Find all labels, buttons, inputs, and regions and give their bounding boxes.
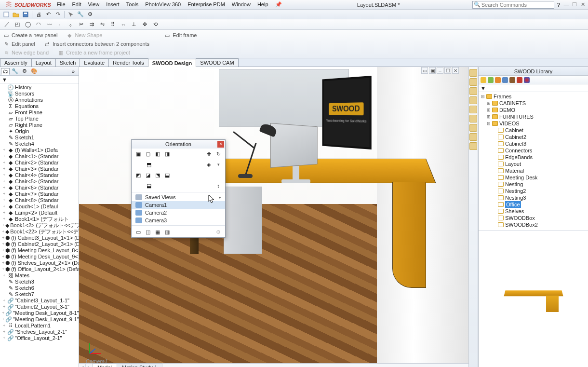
tree-node[interactable]: + ⠿ LocalLPattern1 <box>0 323 79 329</box>
expand-icon[interactable]: + <box>2 172 6 178</box>
cmd-offset-icon[interactable]: ⇉ <box>88 21 95 28</box>
tree-node[interactable]: + ◆ Chair<3> (Standar <box>0 166 79 172</box>
expand-icon[interactable]: + <box>2 329 6 335</box>
trimetric-view-icon[interactable]: ⬔ <box>154 171 161 179</box>
tree-node[interactable]: + ⛓ Mates <box>0 272 79 279</box>
library-filter[interactable]: ▼ <box>479 84 588 92</box>
bottom-tab-motion[interactable]: Motion Study 1 <box>117 364 162 367</box>
vp-close-icon[interactable]: ✕ <box>452 67 459 74</box>
cmd-trim-icon[interactable]: ✂ <box>77 21 85 28</box>
minimize-button[interactable]: — <box>563 1 570 7</box>
expand-icon[interactable]: + <box>2 204 6 210</box>
tree-node[interactable]: + 🔗 "Cabinet2_Layout_3-1" <box>0 304 79 310</box>
library-node[interactable]: Cabinet <box>481 127 588 134</box>
tree-node[interactable]: + ◆ Chair<4> (Standar <box>0 172 79 178</box>
library-node[interactable]: SWOODBox <box>481 215 588 221</box>
library-node[interactable]: Nesting3 <box>481 194 588 201</box>
help-icon[interactable]: ? <box>557 2 560 8</box>
menu-epdm[interactable]: Enterprise PDM <box>185 0 228 9</box>
library-node[interactable]: Connectors <box>481 147 588 154</box>
tab-rendertools[interactable]: Render Tools <box>108 58 148 67</box>
library-node[interactable]: ⊞ DEMO <box>481 107 588 113</box>
tree-node[interactable]: + ◆ Chair<6> (Standar <box>0 185 79 191</box>
link-views-icon[interactable]: ↕ <box>214 182 222 190</box>
cmd-corner-icon[interactable]: ◰ <box>13 21 21 28</box>
library-node[interactable]: ⊟ Frames <box>481 93 588 100</box>
vp-min-icon[interactable]: – <box>437 67 443 74</box>
tree-node[interactable]: + ◆ Lamp<2> (Default <box>0 210 79 216</box>
lib-tool-connector-icon[interactable] <box>502 77 508 83</box>
taskpane-forum-icon[interactable] <box>469 142 477 150</box>
fm-display-tab-icon[interactable]: 🎨 <box>30 68 39 75</box>
tab-swood-design[interactable]: SWOOD Design <box>148 59 197 67</box>
qa-undo-icon[interactable]: ↶ <box>44 11 53 18</box>
expand-icon[interactable]: + <box>2 304 6 310</box>
fm-tree-tab-icon[interactable]: 🗂 <box>1 68 10 75</box>
tree-node[interactable]: + ◆ Book1<2> (デフォルト<<デフォルト <box>0 222 79 229</box>
expand-icon[interactable]: + <box>2 147 6 153</box>
expand-icon[interactable]: + <box>2 254 4 260</box>
library-node[interactable]: EdgeBands <box>481 154 588 161</box>
qa-select-icon[interactable] <box>67 11 75 18</box>
camera-item-3[interactable]: Camera3 <box>132 217 225 224</box>
cmd-line-icon[interactable]: ／ <box>3 21 11 28</box>
close-button[interactable]: ✕ <box>579 1 586 8</box>
tree-node[interactable]: + 🔗 "Meeting Desk_Layout_9-1" <box>0 316 79 323</box>
bottom-tab-model[interactable]: Model <box>92 364 117 367</box>
two-viewport-icon[interactable]: ◫ <box>144 228 152 236</box>
tree-node[interactable]: ▱ Right Plane <box>0 122 79 128</box>
expand-icon[interactable]: ⊞ <box>486 100 491 107</box>
tab-sketch[interactable]: Sketch <box>55 58 80 67</box>
tree-node[interactable]: + ⬢ (f) Office_Layout_2<1> (Default- <box>0 266 79 272</box>
swood-create-panel[interactable]: ▭ Create a new panel <box>3 32 57 39</box>
tree-node[interactable]: ✎ Sketch3 <box>0 279 79 285</box>
vp-hud-2-icon[interactable]: ▣ <box>429 67 436 74</box>
orientation-title-bar[interactable]: Orientation × <box>132 140 225 149</box>
swood-edit-frame[interactable]: ▭ Edit frame <box>164 32 197 39</box>
tree-node[interactable]: + ⬢ (f) Cabinet2_Layout_3<1> (Defa <box>0 241 79 247</box>
expand-icon[interactable]: + <box>2 197 6 204</box>
expand-icon[interactable]: + <box>2 229 4 235</box>
expand-icon[interactable]: + <box>2 323 6 329</box>
expand-icon[interactable]: + <box>2 266 4 272</box>
cmd-relation-icon[interactable]: ⊥ <box>130 21 138 28</box>
fm-property-tab-icon[interactable]: 🔧 <box>11 68 19 75</box>
qa-redo-icon[interactable]: ↷ <box>53 11 62 18</box>
tree-node[interactable]: + ◆ Chair<7> (Standar <box>0 191 79 197</box>
tree-node[interactable]: 🕘 History <box>0 84 79 91</box>
normal-to-icon[interactable]: ⬓ <box>163 171 171 179</box>
tree-node[interactable]: + ⬢ (f) Meeting Desk_Layout_9<1> ( <box>0 254 79 260</box>
tree-node[interactable]: + ◆ Book1<1> (デフォルト <box>0 216 79 222</box>
library-node[interactable]: Cabinet3 <box>481 140 588 147</box>
feature-filter[interactable]: ▼ <box>0 76 79 83</box>
taskpane-custom-icon[interactable] <box>469 115 477 122</box>
right-view-icon[interactable]: ◨ <box>163 150 171 158</box>
library-node[interactable]: Cabinet2 <box>481 134 588 140</box>
view-selector-icon[interactable]: ◈ <box>205 161 213 168</box>
menu-edit[interactable]: Edit <box>69 0 84 9</box>
library-node[interactable]: Material <box>481 167 588 174</box>
tab-swood-cam[interactable]: SWOOD CAM <box>196 58 238 67</box>
lib-tool-material-icon[interactable] <box>488 77 494 83</box>
cmd-dim-icon[interactable]: ↔ <box>120 21 127 28</box>
iso-view-icon[interactable]: ◩ <box>134 171 142 179</box>
taskpane-resources-icon[interactable] <box>469 69 477 77</box>
vp-max-icon[interactable]: ☐ <box>444 67 451 74</box>
tab-assembly[interactable]: Assembly <box>0 58 32 67</box>
orientation-close-button[interactable]: × <box>217 141 224 148</box>
back-view-icon[interactable]: ▢ <box>144 150 152 158</box>
tab-evaluate[interactable]: Evaluate <box>80 58 109 67</box>
tree-node[interactable]: + ◆ Chair<1> (Standar <box>0 153 79 160</box>
fm-collapse-icon[interactable]: » <box>69 68 78 75</box>
tree-node[interactable]: + 🔗 "Office_Layout_2-1" <box>0 335 79 341</box>
tree-node[interactable]: + ⬢ (f) Meeting Desk_Layout_8<1> ( <box>0 247 79 254</box>
new-view-icon[interactable]: ✚ <box>205 150 213 158</box>
tree-node[interactable]: + ◆ Book1<22> (デフォルト<<デフォルト <box>0 229 79 235</box>
dimetric-view-icon[interactable]: ◪ <box>144 171 152 179</box>
cmd-circle-icon[interactable]: ◯ <box>24 21 32 28</box>
library-node[interactable]: ⊟ VIDEOS <box>481 120 588 127</box>
cmd-point-icon[interactable]: · <box>56 21 64 28</box>
fm-config-tab-icon[interactable]: ⚙ <box>20 68 29 75</box>
menu-insert[interactable]: Insert <box>103 0 122 9</box>
tree-node[interactable]: + 🔗 "Meeting Desk_Layout_8-1" <box>0 310 79 316</box>
